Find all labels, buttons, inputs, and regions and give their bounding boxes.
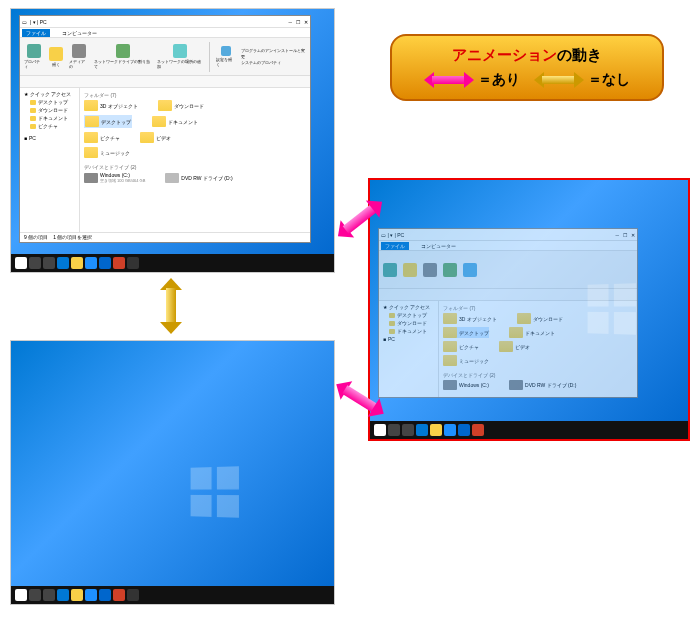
tool-uninstall[interactable]: プログラムのアンインストールと変更 bbox=[241, 48, 306, 60]
taskbar-app[interactable] bbox=[57, 257, 69, 269]
folder-icon bbox=[30, 108, 36, 113]
screenshot-explorer-open: ▭ | ▾ | PC ─ ☐ ✕ ファイル コンピューター プロパティ 開く メ… bbox=[10, 8, 335, 273]
netdrive-icon bbox=[116, 44, 130, 58]
folder-icon bbox=[140, 132, 154, 143]
taskbar-app[interactable] bbox=[472, 424, 484, 436]
desktop bbox=[11, 341, 334, 604]
title-icon: ▭ bbox=[22, 19, 27, 25]
folder-icon bbox=[84, 100, 98, 111]
nav-quick-access[interactable]: ★ クイック アクセス bbox=[22, 90, 77, 98]
folder-icon bbox=[152, 116, 166, 127]
drive-c[interactable]: Windows (C:)空き領域 100 GB/464 GB bbox=[84, 172, 145, 183]
folder-desktop[interactable]: デスクトップ bbox=[84, 115, 132, 128]
legend-row: ＝あり ＝なし bbox=[410, 71, 644, 89]
legend-title: アニメーションの動き bbox=[410, 46, 644, 65]
tool-media[interactable]: メディアの bbox=[69, 44, 88, 69]
folder-icon bbox=[30, 116, 36, 121]
gear-icon bbox=[221, 46, 231, 56]
nav-downloads[interactable]: ダウンロード bbox=[22, 106, 77, 114]
group-folders: フォルダー (7) bbox=[84, 92, 306, 98]
search-icon[interactable] bbox=[29, 589, 41, 601]
taskview-icon[interactable] bbox=[43, 257, 55, 269]
nav-desktop[interactable]: デスクトップ bbox=[22, 98, 77, 106]
taskbar-app[interactable] bbox=[85, 589, 97, 601]
ribbon-tabs: ファイル コンピューター bbox=[20, 28, 310, 38]
arrow-pink-icon bbox=[424, 72, 474, 88]
tool-properties[interactable]: プロパティ bbox=[24, 44, 43, 69]
content-pane: フォルダー (7) 3D オブジェクト ダウンロード デスクトップ ドキュメント… bbox=[80, 88, 310, 242]
start-button[interactable] bbox=[374, 424, 386, 436]
ribbon-toolbar: プロパティ 開く メディアの ネットワークドライブの割り当て ネットワークの場所… bbox=[20, 38, 310, 76]
folder-icon bbox=[30, 100, 36, 105]
taskview-icon[interactable] bbox=[402, 424, 414, 436]
screenshot-explorer-animating: ▭ | ▾ | PC ─☐✕ ファイル コンピューター ★ クイック アクセス … bbox=[368, 178, 690, 441]
drive-icon bbox=[84, 173, 98, 183]
explorer-window-ghost: ▭ | ▾ | PC ─☐✕ ファイル コンピューター ★ クイック アクセス … bbox=[378, 228, 638, 398]
window-titlebar[interactable]: ▭ | ▾ | PC ─ ☐ ✕ bbox=[20, 16, 310, 28]
search-icon[interactable] bbox=[29, 257, 41, 269]
arrow-gold-vertical bbox=[160, 278, 182, 334]
folder-music[interactable]: ミュージック bbox=[84, 147, 130, 158]
taskbar-app[interactable] bbox=[458, 424, 470, 436]
taskbar-app[interactable] bbox=[127, 257, 139, 269]
folder-documents[interactable]: ドキュメント bbox=[152, 115, 198, 128]
start-button[interactable] bbox=[15, 257, 27, 269]
address-bar[interactable] bbox=[20, 76, 310, 88]
folder-videos[interactable]: ビデオ bbox=[140, 132, 171, 143]
explorer-window[interactable]: ▭ | ▾ | PC ─ ☐ ✕ ファイル コンピューター プロパティ 開く メ… bbox=[19, 15, 311, 243]
taskbar-app[interactable] bbox=[127, 589, 139, 601]
tab-file[interactable]: ファイル bbox=[22, 29, 50, 37]
search-icon[interactable] bbox=[388, 424, 400, 436]
folder-icon bbox=[30, 124, 36, 129]
tool-sysprops[interactable]: システムのプロパティ bbox=[241, 60, 306, 66]
legend: アニメーションの動き ＝あり ＝なし bbox=[390, 34, 664, 101]
folder-icon bbox=[84, 132, 98, 143]
legend-item-without: ＝なし bbox=[534, 71, 630, 89]
tool-open[interactable]: 開く bbox=[49, 47, 63, 67]
maximize-button[interactable]: ☐ bbox=[296, 19, 300, 25]
folder-pictures[interactable]: ピクチャ bbox=[84, 132, 120, 143]
windows-logo-icon bbox=[189, 467, 239, 517]
group-drives: デバイスとドライブ (2) bbox=[84, 164, 306, 170]
taskbar-app[interactable] bbox=[113, 589, 125, 601]
taskbar-app[interactable] bbox=[57, 589, 69, 601]
folder-icon bbox=[85, 116, 99, 127]
tool-netloc[interactable]: ネットワークの場所の追加 bbox=[157, 44, 203, 69]
tool-settings[interactable]: 設定を開く bbox=[216, 46, 235, 67]
tool-netdrive[interactable]: ネットワークドライブの割り当て bbox=[94, 44, 151, 69]
taskbar-app[interactable] bbox=[71, 589, 83, 601]
taskview-icon[interactable] bbox=[43, 589, 55, 601]
minimize-button[interactable]: ─ bbox=[288, 19, 292, 25]
nav-pictures[interactable]: ピクチャ bbox=[22, 122, 77, 130]
nav-documents[interactable]: ドキュメント bbox=[22, 114, 77, 122]
nav-pc[interactable]: ■ PC bbox=[22, 134, 77, 142]
close-button[interactable]: ✕ bbox=[304, 19, 308, 25]
taskbar-app[interactable] bbox=[71, 257, 83, 269]
taskbar-app[interactable] bbox=[85, 257, 97, 269]
nav-pane: ★ クイック アクセス デスクトップ ダウンロード ドキュメント ピクチャ ■ … bbox=[20, 88, 80, 242]
desktop: ▭ | ▾ | PC ─☐✕ ファイル コンピューター ★ クイック アクセス … bbox=[370, 180, 688, 439]
tab-computer[interactable]: コンピューター bbox=[58, 29, 101, 37]
taskbar-app[interactable] bbox=[430, 424, 442, 436]
taskbar-app[interactable] bbox=[416, 424, 428, 436]
legend-item-with: ＝あり bbox=[424, 71, 520, 89]
window-titlebar: ▭ | ▾ | PC ─☐✕ bbox=[379, 229, 637, 241]
arrow-gold-icon bbox=[534, 72, 584, 88]
open-icon bbox=[49, 47, 63, 61]
taskbar-app[interactable] bbox=[113, 257, 125, 269]
folder-icon bbox=[84, 147, 98, 158]
taskbar[interactable] bbox=[11, 254, 334, 272]
drive-dvd[interactable]: DVD RW ドライブ (D:) bbox=[165, 172, 232, 183]
taskbar-app[interactable] bbox=[99, 257, 111, 269]
taskbar-app[interactable] bbox=[99, 589, 111, 601]
folder-downloads[interactable]: ダウンロード bbox=[158, 100, 204, 111]
taskbar[interactable] bbox=[11, 586, 334, 604]
folder-3dobjects[interactable]: 3D オブジェクト bbox=[84, 100, 138, 111]
taskbar-app[interactable] bbox=[444, 424, 456, 436]
taskbar[interactable] bbox=[370, 421, 688, 439]
start-button[interactable] bbox=[15, 589, 27, 601]
media-icon bbox=[72, 44, 86, 58]
status-bar: 9 個の項目 1 個の項目を選択 bbox=[20, 232, 310, 242]
desktop: ▭ | ▾ | PC ─ ☐ ✕ ファイル コンピューター プロパティ 開く メ… bbox=[11, 9, 334, 272]
screenshot-desktop-empty bbox=[10, 340, 335, 605]
